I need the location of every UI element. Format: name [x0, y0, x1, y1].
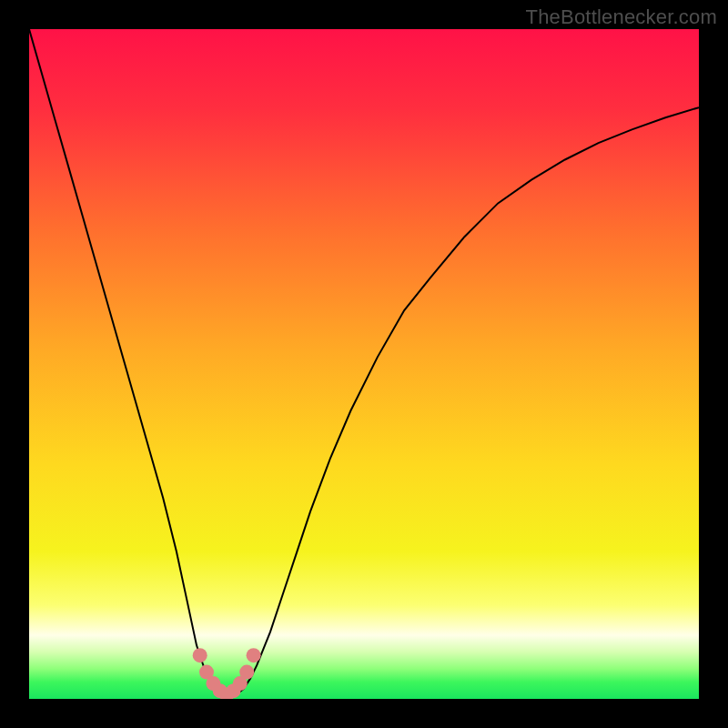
highlight-dot	[239, 665, 254, 680]
highlight-dot	[247, 648, 261, 662]
chart-frame: TheBottlenecker.com	[0, 0, 728, 728]
watermark-text: TheBottlenecker.com	[526, 5, 717, 29]
bottleneck-curve	[29, 29, 699, 699]
plot-area	[29, 29, 699, 699]
highlight-dot	[193, 648, 207, 662]
